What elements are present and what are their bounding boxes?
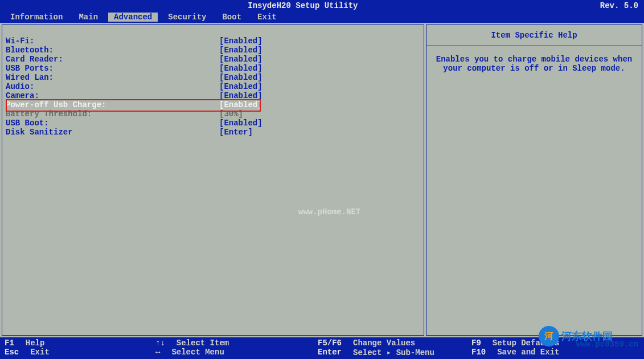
setting-label: Battery Threshold: <box>6 109 219 119</box>
setting-label: Wired Lan: <box>6 73 219 82</box>
setting-row[interactable]: Camera:[Enabled] <box>6 91 420 100</box>
help-header: Item Specific Help <box>426 25 642 46</box>
footer-item: EscExit <box>5 348 155 357</box>
footer-label: Setup Defaults <box>493 338 560 348</box>
setting-row[interactable]: Power-off Usb Charge:[Enabled] <box>6 100 420 109</box>
footer-key: ↔ <box>155 348 160 357</box>
menu-bar: InformationMainAdvancedSecurityBootExit <box>0 11 644 23</box>
watermark-phome: www.pHome.NET <box>298 207 360 217</box>
title-bar: InsydeH20 Setup Utility Rev. 5.0 <box>0 0 644 11</box>
footer-item: F10Save and Exit <box>471 348 559 357</box>
footer-item: F5/F6Change Values <box>318 338 471 348</box>
menu-exit[interactable]: Exit <box>252 13 282 22</box>
footer-item: ↑↓Select Item <box>155 338 318 348</box>
menu-information[interactable]: Information <box>5 13 68 22</box>
footer-item: F1Help <box>5 338 155 348</box>
setting-row[interactable]: Card Reader:[Enabled] <box>6 55 420 64</box>
menu-boot[interactable]: Boot <box>216 13 247 22</box>
setting-value[interactable]: [Enabled] <box>219 119 262 128</box>
main-area: Wi-Fi:[Enabled]Bluetooth:[Enabled]Card R… <box>0 23 644 337</box>
setting-label: Audio: <box>6 82 219 91</box>
setting-label: Camera: <box>6 91 219 100</box>
footer-bar: F1Help↑↓Select ItemF5/F6Change ValuesF9S… <box>0 337 644 359</box>
footer-label: Help <box>26 338 45 348</box>
setting-label: Power-off Usb Charge: <box>6 100 219 109</box>
setting-label: Disk Sanitizer <box>6 128 219 137</box>
help-content: Enables you to charge mobile devices whe… <box>426 46 642 81</box>
setting-row[interactable]: USB Ports:[Enabled] <box>6 64 420 73</box>
footer-label: Change Values <box>353 338 415 348</box>
menu-main[interactable]: Main <box>73 13 104 22</box>
setting-row[interactable]: Disk Sanitizer[Enter] <box>6 128 420 137</box>
footer-item: F9Setup Defaults <box>471 338 559 348</box>
footer-key: F1 <box>5 338 14 348</box>
footer-key: F9 <box>471 338 481 348</box>
setting-row[interactable]: Audio:[Enabled] <box>6 82 420 91</box>
setting-row[interactable]: Battery Threshold:[30%] <box>6 109 420 119</box>
footer-key: Esc <box>5 348 19 357</box>
footer-label: Select Item <box>177 338 229 348</box>
footer-key: F10 <box>471 348 486 357</box>
setting-value[interactable]: [Enabled] <box>219 100 262 109</box>
setting-label: USB Boot: <box>6 119 219 128</box>
bios-title: InsydeH20 Setup Utility <box>6 1 600 10</box>
bios-window: InsydeH20 Setup Utility Rev. 5.0 Informa… <box>0 0 644 359</box>
settings-panel: Wi-Fi:[Enabled]Bluetooth:[Enabled]Card R… <box>2 25 424 336</box>
footer-row-2: EscExit↔Select MenuEnterSelect ▸ Sub-Men… <box>5 348 639 357</box>
setting-value[interactable]: [30%] <box>219 109 243 119</box>
footer-key: ↑↓ <box>155 338 165 348</box>
setting-value[interactable]: [Enter] <box>219 128 253 137</box>
footer-row-1: F1Help↑↓Select ItemF5/F6Change ValuesF9S… <box>5 338 639 348</box>
footer-key: Enter <box>318 348 342 357</box>
setting-value[interactable]: [Enabled] <box>219 46 262 55</box>
help-panel: Item Specific Help Enables you to charge… <box>426 25 642 336</box>
footer-label: Exit <box>30 348 50 357</box>
bios-version: Rev. 5.0 <box>600 1 638 10</box>
setting-value[interactable]: [Enabled] <box>219 36 262 46</box>
setting-value[interactable]: [Enabled] <box>219 91 262 100</box>
setting-row[interactable]: USB Boot:[Enabled] <box>6 119 420 128</box>
setting-label: Card Reader: <box>6 55 219 64</box>
setting-value[interactable]: [Enabled] <box>219 64 262 73</box>
footer-label: Select Menu <box>171 348 224 357</box>
setting-value[interactable]: [Enabled] <box>219 55 262 64</box>
footer-label: Select ▸ Sub-Menu <box>353 348 434 357</box>
footer-key: F5/F6 <box>318 338 342 348</box>
setting-row[interactable]: Wired Lan:[Enabled] <box>6 73 420 82</box>
setting-value[interactable]: [Enabled] <box>219 73 262 82</box>
footer-item: ↔Select Menu <box>155 348 318 357</box>
setting-label: USB Ports: <box>6 64 219 73</box>
setting-label: Bluetooth: <box>6 46 219 55</box>
footer-label: Save and Exit <box>497 348 559 357</box>
setting-label: Wi-Fi: <box>6 36 219 46</box>
setting-row[interactable]: Wi-Fi:[Enabled] <box>6 36 420 46</box>
setting-row[interactable]: Bluetooth:[Enabled] <box>6 46 420 55</box>
footer-item: EnterSelect ▸ Sub-Menu <box>318 348 471 357</box>
setting-value[interactable]: [Enabled] <box>219 82 262 91</box>
menu-advanced[interactable]: Advanced <box>108 13 158 22</box>
menu-security[interactable]: Security <box>162 13 212 22</box>
